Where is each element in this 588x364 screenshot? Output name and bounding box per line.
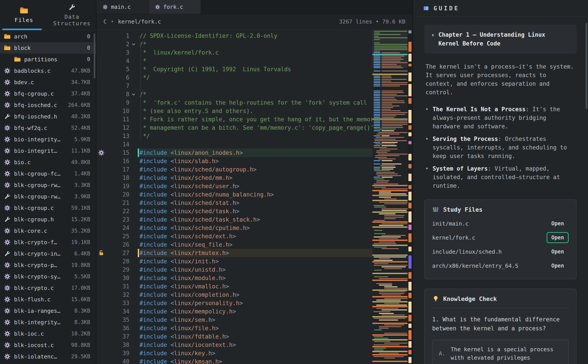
code-line[interactable]: 38#include <linux/iocontext.h> [96,341,372,349]
code-line[interactable]: 26#include <linux/seq_file.h> [96,240,372,249]
sidebar-scrollbar[interactable] [94,33,95,78]
code-line[interactable]: 31#include <linux/vmalloc.h> [96,282,372,291]
code-line[interactable]: 1// SPDX-License-Identifier: GPL-2.0-onl… [96,32,372,40]
code-line[interactable]: 32#include <linux/completion.h> [96,291,372,299]
file-row[interactable]: blk-cgroup-rw…3.9KB [0,191,96,202]
code-line[interactable]: 22#include <linux/sched/task.h> [96,207,372,215]
file-row[interactable]: blk-cgroup.c59.1KB [0,202,96,214]
language-badge: C [103,19,107,25]
code-line[interactable]: 35#include <linux/sem.h> [96,316,372,324]
code-line[interactable]: 29#include <linux/unistd.h> [96,266,372,274]
code-line[interactable]: 15#include <linux/anon_inodes.h> [96,149,372,157]
code-line[interactable]: 3 * linux/kernel/fork.c [96,48,372,57]
open-button[interactable]: Open [547,260,569,271]
item-name: badblocks.c [14,68,51,74]
code-line[interactable]: 10 * (see also entry.S and others). [96,107,372,115]
file-row[interactable]: bdev.c34.7KB [0,77,96,88]
file-row[interactable]: blk-crypto-f…19.1KB [0,236,96,248]
code-line[interactable]: 27#include <linux/rtmutex.h> [96,249,372,257]
code-line[interactable]: 12 * management can be a bitch. See 'mm/… [96,124,372,132]
code-line[interactable]: 34#include <linux/mempolicy.h> [96,307,372,316]
file-row[interactable]: bfq-iosched.h40.2KB [0,111,96,122]
open-button[interactable]: Open [547,246,569,257]
file-row[interactable]: bfq-iosched.c264.6KB [0,99,96,111]
code-line[interactable]: 33#include <linux/personality.h> [96,299,372,307]
item-name: bio-integrit… [14,148,57,154]
editor-tab-main-c[interactable]: main.c [96,0,149,14]
code-line[interactable]: 13 */ [96,132,372,140]
file-row[interactable]: blk-crypto-in…6.4KB [0,248,96,259]
code-line[interactable]: 24#include <linux/sched/cputime.h> [96,224,372,232]
file-row[interactable]: blk-ioc.c10.2KB [0,328,96,339]
folder-row[interactable]: arch0 [0,31,96,42]
folder-row[interactable]: partitions0 [0,54,96,65]
code-line[interactable]: 18#include <linux/sched/mm.h> [96,174,372,182]
code-line[interactable]: 23#include <linux/sched/task_stack.h> [96,215,372,224]
minimap-marker [408,203,412,208]
code-line[interactable]: 39#include <linux/key.h> [96,349,372,358]
file-row[interactable]: blk-integrity…8.3KB [0,317,96,328]
editor-tab-fork-c[interactable]: fork.c [149,0,201,14]
fold-chevron-icon[interactable] [129,92,138,97]
line-number: 40 [106,358,129,364]
code-line[interactable]: 30#include <linux/module.h> [96,274,372,282]
code-line[interactable]: 16#include <linux/slab.h> [96,157,372,165]
code-line[interactable]: 25#include <linux/sched/ext.h> [96,232,372,240]
open-button[interactable]: Open [547,218,569,229]
file-row[interactable]: bio-integrity…5.9KB [0,134,96,145]
code-line[interactable]: 17#include <linux/sched/autogroup.h> [96,165,372,174]
code-line[interactable]: 11 * Fork is rather simple, once you get… [96,115,372,124]
code-line[interactable]: 7 [96,82,372,90]
file-row[interactable]: badblocks.c47.8KB [0,65,96,77]
open-button[interactable]: Open [547,232,569,243]
code-line[interactable]: 21#include <linux/sched/stat.h> [96,199,372,207]
code-line[interactable]: 8/* [96,90,372,98]
study-file-path: arch/x86/kernel/entry_64.S [432,263,518,269]
code-line[interactable]: 40#include <linux/kmsan.h> [96,358,372,364]
code-line[interactable]: 37#include <linux/fdtable.h> [96,332,372,341]
code-line[interactable]: 36#include <linux/file.h> [96,324,372,332]
gear-icon [4,307,11,314]
item-size: 6.4KB [72,251,90,257]
gear-icon [4,239,11,246]
item-size: 11.1KB [69,148,90,154]
line-number: 29 [106,266,129,273]
minimap[interactable] [372,29,408,364]
file-row[interactable]: blk-iocost.c98.8KB [0,339,96,351]
minimap-marker [408,341,412,348]
code-line[interactable]: 9 * 'fork.c' contains the help-routines … [96,98,372,107]
code-area[interactable]: 1// SPDX-License-Identifier: GPL-2.0-onl… [96,29,372,364]
folder-row[interactable]: block0 [0,42,96,54]
file-row[interactable]: bio.c49.8KB [0,156,96,168]
tab-files[interactable]: Files [0,0,48,30]
file-row[interactable]: blk-cgroup.h15.2KB [0,214,96,225]
tab-data-structures[interactable]: Data Structures [48,0,96,30]
file-row[interactable]: bfq-cgroup.c37.4KB [0,88,96,99]
file-row[interactable]: blk-ia-ranges…8.3KB [0,305,96,317]
file-row[interactable]: blk-flush.c15.6KB [0,294,96,305]
file-row[interactable]: blk-cgroup-fc…1.4KB [0,168,96,179]
fold-chevron-icon[interactable] [129,42,138,47]
code-line[interactable]: 2/* [96,40,372,48]
chapter-header[interactable]: ▼ Chapter 1 — Understanding Linux Kernel… [424,25,577,54]
file-row[interactable]: blk-core.c35.2KB [0,225,96,236]
item-name: blk-integrity… [14,319,60,325]
file-row[interactable]: bio-integrit…11.1KB [0,145,96,156]
code-line[interactable]: 20#include <linux/sched/numa_balancing.h… [96,190,372,199]
file-row[interactable]: blk-crypto-p…19.8KB [0,259,96,271]
code-line[interactable]: 14 [96,140,372,149]
guide-scrollbar[interactable] [586,23,587,109]
file-row[interactable]: blk-crypto-sy…5.5KB [0,271,96,282]
code-line[interactable]: 5 * Copyright (C) 1991, 1992 Linus Torva… [96,65,372,73]
file-row[interactable]: blk-crypto.c17.0KB [0,282,96,294]
code-line[interactable]: 28#include <linux/init.h> [96,257,372,266]
file-row[interactable]: blk-cgroup-rw…3.3KB [0,179,96,191]
quiz-option[interactable]: A.The kernel is a special process with e… [432,340,569,364]
code-line[interactable]: 19#include <linux/sched/user.h> [96,182,372,190]
code-line[interactable]: 6 */ [96,73,372,82]
file-row[interactable]: bfq-wf2q.c52.4KB [0,122,96,134]
minimap-marker [408,154,412,161]
code-line[interactable]: 4 * [96,57,372,65]
divider [432,308,569,308]
file-row[interactable]: blk-iolatenc…29.5KB [0,351,96,362]
